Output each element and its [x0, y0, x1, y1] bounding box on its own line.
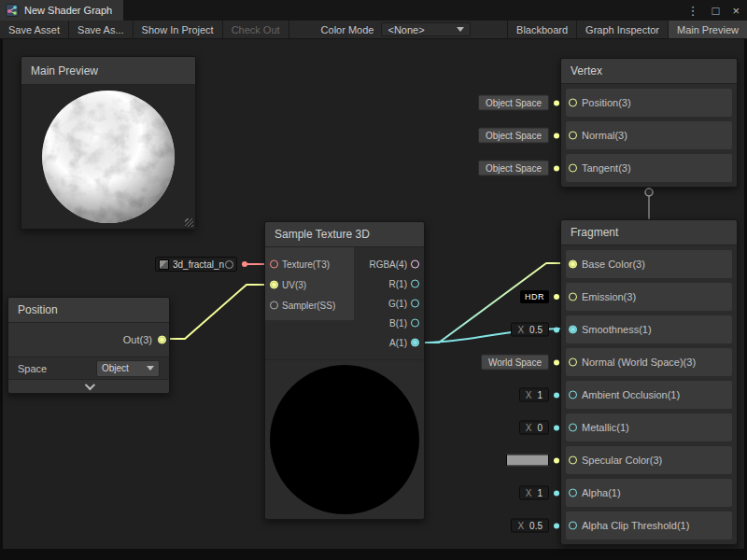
alpha-clip-input-port[interactable] — [569, 522, 577, 530]
texture-input-row: Texture(T3) 3d_fractal_n — [266, 257, 330, 272]
graph-inspector-toggle-button[interactable]: Graph Inspector — [576, 21, 668, 38]
normal-space-widget: Object Space — [478, 128, 559, 144]
show-in-project-button[interactable]: Show In Project — [134, 21, 223, 38]
widget-port-dot — [554, 392, 559, 398]
widget-port-dot — [242, 261, 247, 267]
vertex-node-title-bar[interactable]: Vertex — [561, 59, 737, 84]
color-mode-label: Color Mode — [314, 21, 382, 38]
texture-thumbnail-icon — [159, 259, 169, 270]
rgba-output-row: RGBA(4) — [369, 257, 423, 272]
alpha-value-field[interactable]: X 1 — [519, 486, 549, 500]
tangent-space-widget: Object Space — [478, 161, 559, 176]
close-icon[interactable]: × — [732, 4, 740, 18]
tangent-space-dropdown[interactable]: Object Space — [478, 161, 549, 176]
x-prefix: X — [517, 325, 524, 335]
vertex-context-node[interactable]: Vertex Position(3) Object Space Normal(3… — [560, 58, 738, 188]
sample-texture-3d-ports: Texture(T3) 3d_fractal_n UV(3) Sampler(S… — [265, 247, 424, 359]
specular-color-input-port[interactable] — [569, 456, 577, 465]
resize-handle[interactable] — [185, 218, 193, 227]
main-preview-viewport[interactable] — [21, 85, 195, 229]
b-output-port[interactable] — [411, 319, 419, 328]
shader-graph-window: New Shader Graph ⋮ □ × Save Asset Save A… — [0, 0, 747, 560]
normal-port-label: Normal(3) — [582, 130, 627, 141]
specular-color-swatch[interactable] — [506, 455, 549, 467]
alpha-input-port[interactable] — [569, 489, 577, 497]
color-mode-value: <None> — [388, 24, 424, 35]
window-controls: ⋮ □ × — [687, 0, 747, 21]
sampler-input-port[interactable] — [270, 301, 278, 310]
rgba-output-port[interactable] — [411, 260, 419, 269]
shader-graph-icon — [6, 4, 19, 17]
sample-texture-3d-title-bar[interactable]: Sample Texture 3D — [265, 222, 424, 247]
main-preview-title-bar[interactable]: Main Preview — [21, 57, 195, 85]
ambient-occlusion-label: Ambient Occlusion(1) — [582, 389, 680, 400]
sample-texture-3d-node[interactable]: Sample Texture 3D Texture(T3) 3d_fractal… — [264, 221, 425, 520]
metallic-value-field[interactable]: X 0 — [519, 421, 549, 435]
g-output-row: G(1) — [388, 296, 423, 311]
normal-ws-input-port[interactable] — [569, 358, 577, 367]
node-preview-area — [265, 359, 424, 519]
smoothness-value-field[interactable]: X 0.5 — [511, 323, 549, 337]
position-space-dropdown[interactable]: Object Space — [478, 95, 549, 111]
widget-port-dot — [554, 294, 559, 300]
smoothness-input-port[interactable] — [569, 326, 577, 334]
position-space-widget: Object Space — [478, 95, 559, 111]
tangent-port-label: Tangent(3) — [582, 162, 631, 174]
collapse-preview-button[interactable] — [8, 379, 169, 393]
a-output-row: A(1) — [389, 335, 423, 350]
g-output-port[interactable] — [411, 300, 419, 308]
position-node[interactable]: Position Out(3) Space Object — [7, 297, 170, 394]
out-port[interactable] — [158, 336, 166, 344]
fragment-node-title-bar[interactable]: Fragment — [561, 220, 737, 245]
widget-port-dot — [554, 523, 559, 528]
hdr-color-field[interactable]: HDR — [520, 290, 549, 303]
maximize-icon[interactable]: □ — [712, 4, 720, 18]
main-preview-toggle-button[interactable]: Main Preview — [668, 21, 747, 38]
r-port-label: R(1) — [389, 279, 407, 289]
position-port-label: Position(3) — [582, 97, 631, 108]
alpha-label: Alpha(1) — [582, 487, 621, 498]
vertex-row-tangent: Tangent(3) Object Space — [566, 154, 732, 182]
fragment-node-title: Fragment — [571, 226, 618, 239]
b-output-row: B(1) — [389, 315, 423, 330]
g-port-label: G(1) — [388, 299, 407, 309]
fragment-row-emission: Emission(3) HDR — [566, 283, 732, 311]
x-value: 0.5 — [529, 325, 543, 335]
widget-port-dot — [554, 457, 559, 463]
normal-space-dropdown[interactable]: World Space — [481, 355, 549, 371]
tangent-input-port[interactable] — [569, 164, 577, 173]
save-asset-button[interactable]: Save Asset — [0, 21, 69, 38]
texture-input-port[interactable] — [270, 260, 278, 269]
shader-preview-sphere[interactable] — [39, 88, 177, 226]
widget-port-dot — [554, 133, 559, 138]
menu-icon[interactable]: ⋮ — [687, 4, 699, 18]
x-value: 0 — [537, 423, 543, 433]
normal-input-port[interactable] — [569, 132, 577, 140]
texture-object-field[interactable]: 3d_fractal_n — [155, 257, 237, 272]
fragment-context-node[interactable]: Fragment Base Color(3) Emission(3) HDR S… — [560, 219, 738, 545]
base-color-input-port[interactable] — [569, 260, 577, 269]
emission-input-port[interactable] — [569, 293, 577, 301]
metallic-input-port[interactable] — [569, 424, 577, 432]
fragment-row-normal: Normal (World Space)(3) World Space — [566, 348, 732, 376]
position-node-title-bar[interactable]: Position — [8, 298, 169, 323]
alpha-clip-value-field[interactable]: X 0.5 — [511, 519, 549, 533]
main-preview-title: Main Preview — [31, 64, 98, 77]
rgba-port-label: RGBA(4) — [369, 259, 407, 270]
object-picker-icon[interactable] — [225, 260, 233, 269]
normal-space-dropdown[interactable]: Object Space — [478, 128, 549, 144]
blackboard-toggle-button[interactable]: Blackboard — [507, 21, 576, 38]
main-preview-panel[interactable]: Main Preview — [21, 56, 196, 230]
color-mode-dropdown[interactable]: <None> — [381, 22, 471, 36]
ambient-occlusion-input-port[interactable] — [569, 391, 577, 399]
save-as-button[interactable]: Save As... — [69, 21, 134, 38]
space-dropdown[interactable]: Object — [96, 360, 160, 377]
ambient-occlusion-value-field[interactable]: X 1 — [519, 388, 549, 402]
a-output-port[interactable] — [411, 339, 419, 347]
b-port-label: B(1) — [389, 318, 407, 329]
fragment-row-specular-color: Specular Color(3) — [566, 446, 732, 474]
position-input-port[interactable] — [569, 99, 577, 107]
uv-input-port[interactable] — [270, 281, 278, 289]
r-output-port[interactable] — [411, 280, 419, 288]
tab-new-shader-graph[interactable]: New Shader Graph — [0, 0, 123, 21]
